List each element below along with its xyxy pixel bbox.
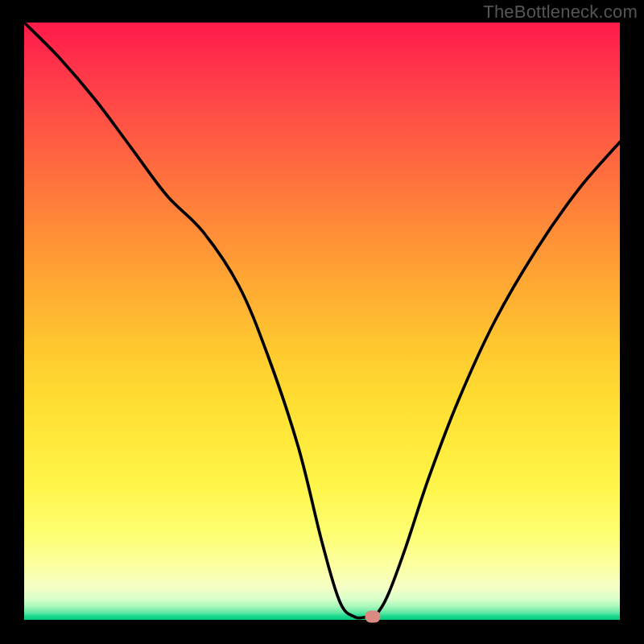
- watermark-text: TheBottleneck.com: [483, 2, 638, 23]
- curve-layer: [24, 23, 620, 620]
- optimal-marker: [365, 610, 380, 622]
- chart-frame: TheBottleneck.com: [0, 0, 644, 644]
- bottleneck-curve: [24, 23, 620, 618]
- plot-area: [24, 23, 620, 620]
